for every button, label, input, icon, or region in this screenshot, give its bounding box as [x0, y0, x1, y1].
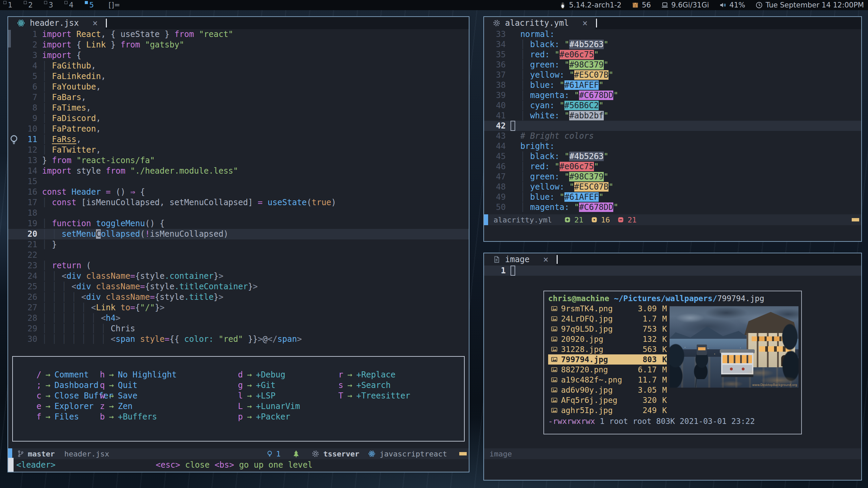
code-line-42[interactable]: 42 [484, 121, 861, 131]
whichkey-item--git[interactable]: g→+Git [238, 380, 300, 391]
code-line-34[interactable]: 34 │ black: "#4b5263" [484, 39, 861, 50]
code-line-40[interactable]: 40 │ cyan: "#56B6C2" [484, 100, 861, 111]
code-line-12[interactable]: 12│ FaTwitter, [8, 145, 469, 155]
git-branch-name[interactable]: master [28, 450, 55, 458]
package-icon [632, 1, 639, 9]
whichkey-item--replace[interactable]: r→+Replace [338, 370, 410, 380]
whichkey-item-zen[interactable]: z→Zen [100, 401, 177, 412]
treesitter-tree-icon [292, 450, 300, 458]
tab-image[interactable]: image × [484, 253, 556, 266]
whichkey-item--debug[interactable]: d→+Debug [238, 370, 300, 380]
code-line-18[interactable]: 18 [8, 208, 469, 218]
code-line-26[interactable]: 26│ │ │ │ <div className={style.title}> [8, 292, 469, 302]
scrollbar-thumb[interactable] [8, 30, 11, 47]
file-row-AFq5r6j.jpeg[interactable]: AFq5r6j.jpeg320K [548, 395, 667, 405]
react-icon [368, 450, 375, 457]
whichkey-item-quit[interactable]: q→Quit [100, 380, 177, 391]
file-row-24LrDFQ.jpg[interactable]: 24LrDFQ.jpg1.7M [548, 314, 667, 324]
git-added-icon [564, 216, 571, 223]
code-line-6[interactable]: 6│ FaYoutube, [8, 82, 469, 92]
close-icon[interactable]: × [93, 18, 98, 28]
whichkey-item--search[interactable]: s→+Search [338, 380, 410, 391]
code-line-50[interactable]: 50 │ magenta: "#C678DD" [484, 202, 861, 212]
file-row-882720.png[interactable]: 882720.png6.17M [548, 365, 667, 375]
file-row-97q9L5D.jpg[interactable]: 97q9L5D.jpg753K [548, 324, 667, 334]
code-line-16[interactable]: 16const Header = () ⇒ { [8, 187, 469, 197]
code-line-38[interactable]: 38 │ blue: "#61AFEF" [484, 80, 861, 90]
code-line-4[interactable]: 4│ FaGithub, [8, 61, 469, 71]
bulb-icon[interactable] [8, 134, 20, 145]
code-line-9[interactable]: 9│ FaDiscord, [8, 113, 469, 124]
code-line-28[interactable]: 28│ │ │ │ │ │ <h4> [8, 313, 469, 324]
code-line-43[interactable]: 43 # Bright colors [484, 131, 861, 141]
close-icon[interactable]: × [582, 18, 588, 28]
code-line-17[interactable]: 17│ const [isMenuCollapsed, setMenuColla… [8, 197, 469, 208]
line-number: 27 [20, 302, 42, 313]
code-line-1[interactable]: 1 [484, 266, 861, 276]
code-line-19[interactable]: 19│ function toggleMenu() { [8, 218, 469, 229]
code-line-29[interactable]: 29│ │ │ │ │ │ │ Chris [8, 324, 469, 334]
code-line-45[interactable]: 45 │ black: "#4b5263" [484, 151, 861, 161]
workspace-tag-2[interactable]: 2 [20, 0, 41, 10]
code-line-5[interactable]: 5│ FaLinkedin, [8, 71, 469, 82]
code-line-33[interactable]: 33 normal: [484, 29, 861, 39]
file-row-aghr5Ip.jpg[interactable]: aghr5Ip.jpg249K [548, 405, 667, 415]
file-row-20920.jpg[interactable]: 20920.jpg132K [548, 334, 667, 344]
code-line-15[interactable]: 15 [8, 176, 469, 187]
code-line-14[interactable]: 14import style from "./header.module.les… [8, 166, 469, 176]
workspace-tag-4[interactable]: 4 [61, 0, 81, 10]
code-line-27[interactable]: 27│ │ │ │ │ <Link to={"/"}> [8, 302, 469, 313]
whichkey-item-no-highlight[interactable]: h→No Highlight [100, 370, 177, 380]
git-added-count: 21 [574, 216, 583, 224]
whichkey-item--lsp[interactable]: l→+LSP [238, 391, 300, 401]
code-line-39[interactable]: 39 │ magenta: "#C678DD" [484, 90, 861, 100]
arrow-right-icon: → [105, 380, 118, 391]
whichkey-item--buffers[interactable]: b→+Buffers [100, 412, 177, 422]
code-line-23[interactable]: 23│ return ( [8, 260, 469, 271]
code-line-35[interactable]: 35 │ red: "#e06c75" [484, 50, 861, 60]
tag-indicator [3, 1, 6, 4]
file-row-799794.jpg[interactable]: 799794.jpg803K [548, 354, 667, 365]
code-line-25[interactable]: 25│ │ │ <div className={style.titleConta… [8, 281, 469, 292]
code-line-41[interactable]: 41 │ white: "#abb2bf" [484, 111, 861, 121]
code-line-10[interactable]: 10│ FaPatreon, [8, 124, 469, 134]
whichkey-item--treesitter[interactable]: T→+Treesitter [338, 391, 410, 401]
code-line-2[interactable]: 2import { Link } from "gatsby" [8, 40, 469, 50]
tab-header-jsx[interactable]: header.jsx × [8, 17, 105, 29]
workspace-tag-3[interactable]: 3 [41, 0, 61, 10]
code-line-20[interactable]: 20│ │ setMenuCollapsed(!isMenuCollapsed) [8, 229, 469, 239]
code-line-49[interactable]: 49 │ blue: "#61AFEF" [484, 192, 861, 202]
code-line-24[interactable]: 24│ │ <div className={style.container}> [8, 271, 469, 281]
file-row-ad6v90y.jpg[interactable]: ad6v90y.jpg3.05M [548, 385, 667, 395]
file-row-a19c482f~.png[interactable]: a19c482f~.png11.7M [548, 375, 667, 385]
file-size-unit: K [657, 354, 667, 365]
whichkey-item--packer[interactable]: p→+Packer [238, 412, 300, 422]
close-icon[interactable]: × [543, 254, 548, 265]
workspace-tag-1[interactable]: 1 [0, 0, 20, 10]
code-line-22[interactable]: 22 [8, 250, 469, 260]
line-number: 21 [20, 239, 42, 250]
code-line-44[interactable]: 44 bright: [484, 141, 861, 151]
layout-symbol[interactable]: []= [109, 1, 120, 9]
code-line-11[interactable]: 11│ FaRss, [8, 134, 469, 145]
code-line-21[interactable]: 21│ } [8, 239, 469, 250]
code-line-36[interactable]: 36 │ green: "#98C379" [484, 60, 861, 70]
code-line-8[interactable]: 8│ FaTimes, [8, 103, 469, 113]
code-line-30[interactable]: 30│ │ │ │ │ │ │ <span style={{ color: "r… [8, 334, 469, 345]
code-line-37[interactable]: 37 │ yellow: "#E5C07B" [484, 70, 861, 80]
command-line[interactable]: <leader> <esc> close <bs> go up one leve… [8, 458, 469, 472]
code-line-48[interactable]: 48 │ yellow: "#E5C07B" [484, 182, 861, 192]
arrow-right-icon: → [243, 370, 256, 380]
code-line-3[interactable]: 3import { [8, 50, 469, 61]
whichkey-item-save[interactable]: w→Save [100, 391, 177, 401]
whichkey-item--lunarvim[interactable]: L→+LunarVim [238, 401, 300, 412]
tab-alacritty-yml[interactable]: alacritty.yml × [484, 17, 595, 29]
code-line-1[interactable]: 1import React, { useState } from "react" [8, 29, 469, 40]
workspace-tag-5[interactable]: 5 [81, 0, 102, 10]
code-line-7[interactable]: 7│ FaBars, [8, 92, 469, 103]
code-line-47[interactable]: 47 │ green: "#98C379" [484, 172, 861, 182]
code-line-13[interactable]: 13} from "react-icons/fa" [8, 155, 469, 166]
file-row-31228.jpg[interactable]: 31228.jpg563K [548, 344, 667, 354]
code-line-46[interactable]: 46 │ red: "#e06c75" [484, 161, 861, 172]
file-row-9rsmTK4.png[interactable]: 9rsmTK4.png3.09M [548, 304, 667, 314]
